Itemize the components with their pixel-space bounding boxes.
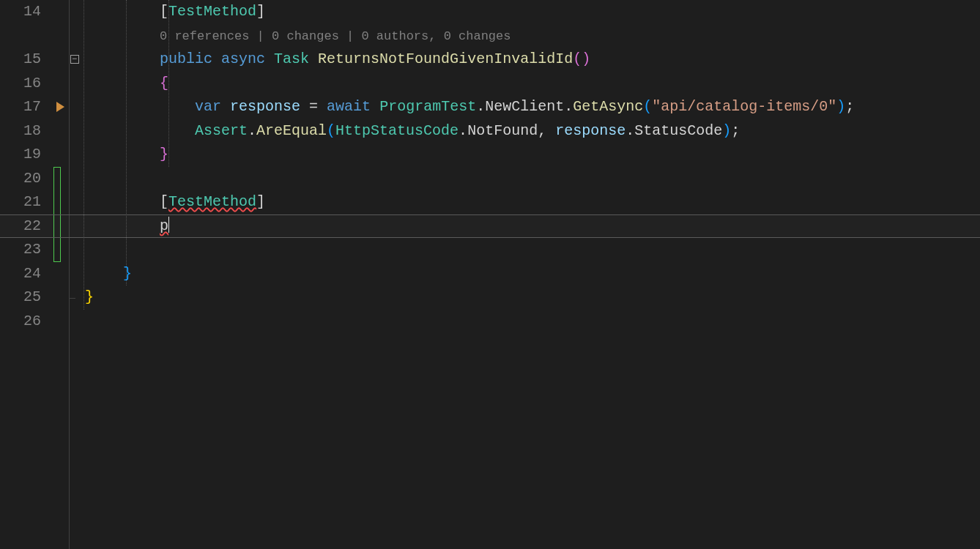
code-line[interactable] (160, 167, 980, 191)
code-line[interactable]: { (160, 72, 980, 96)
line-number: 20 (0, 167, 41, 191)
outline-column: − (69, 0, 79, 549)
line-number: 16 (0, 72, 41, 96)
run-test-icon[interactable] (56, 102, 64, 112)
line-number: 17 (0, 95, 41, 119)
code-line[interactable]: [TestMethod] (160, 190, 980, 214)
line-number: 26 (0, 310, 41, 334)
glyph-margin (51, 0, 69, 549)
code-line[interactable]: p (160, 214, 980, 239)
line-number: 18 (0, 119, 41, 143)
indent-guides: }} (79, 0, 160, 549)
fold-toggle-icon[interactable]: − (70, 55, 79, 64)
code-line[interactable] (160, 285, 980, 310)
codelens-row[interactable]: 0 references | 0 changes | 0 authors, 0 … (160, 24, 980, 48)
line-number: 24 (0, 262, 41, 286)
codelens[interactable]: 0 references | 0 changes | 0 authors, 0 … (160, 29, 511, 43)
closing-brace[interactable]: } (85, 285, 94, 310)
line-number: 22 (0, 214, 41, 239)
code-line[interactable]: var response = await ProgramTest.NewClie… (160, 95, 980, 119)
line-number: 15 (0, 48, 41, 72)
code-area[interactable]: [TestMethod]0 references | 0 changes | 0… (160, 0, 980, 549)
text-caret (168, 217, 169, 233)
line-number: 23 (0, 238, 41, 262)
code-line[interactable]: Assert.AreEqual(HttpStatusCode.NotFound,… (160, 119, 980, 143)
code-line[interactable] (160, 262, 980, 286)
line-number: 25 (0, 285, 41, 310)
change-marker (53, 167, 61, 262)
closing-brace[interactable]: } (123, 262, 132, 286)
line-number-gutter: 14151617181920212223242526 (0, 0, 51, 549)
code-editor[interactable]: 14151617181920212223242526 − }} [TestMet… (0, 0, 980, 549)
line-number: 21 (0, 190, 41, 214)
code-line[interactable] (160, 310, 980, 334)
line-number (0, 24, 41, 48)
line-number: 19 (0, 143, 41, 167)
line-number: 14 (0, 0, 41, 24)
code-line[interactable]: } (160, 143, 980, 167)
code-line[interactable]: public async Task ReturnsNotFoundGivenIn… (160, 48, 980, 72)
code-line[interactable]: [TestMethod] (160, 0, 980, 24)
code-line[interactable] (160, 238, 980, 262)
